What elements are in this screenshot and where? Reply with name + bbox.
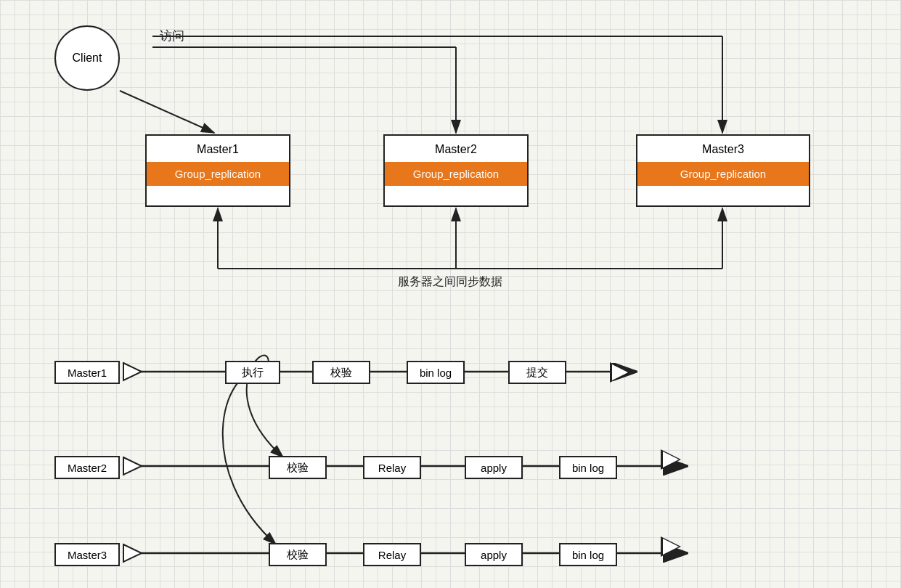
master2-step-relay: Relay: [363, 456, 421, 479]
master2-row-label: Master2: [54, 456, 120, 479]
svg-line-3: [120, 91, 214, 133]
master1-step-commit: 提交: [508, 361, 566, 384]
master3-plugin: Group_replication: [637, 162, 809, 186]
master2-plugin: Group_replication: [385, 162, 527, 186]
master2-top-box: Master2 Group_replication: [383, 134, 529, 207]
master2-step-binlog: bin log: [559, 456, 617, 479]
master2-step-verify: 校验: [269, 456, 327, 479]
master2-top-label: Master2: [385, 136, 527, 162]
master1-step-binlog: bin log: [407, 361, 465, 384]
master3-row-label: Master3: [54, 543, 120, 566]
client-label: Client: [73, 52, 102, 65]
access-label: 访问: [160, 28, 184, 44]
master1-row-label: Master1: [54, 361, 120, 384]
master1-step-verify: 校验: [312, 361, 370, 384]
master3-step-binlog: bin log: [559, 543, 617, 566]
svg-marker-29: [123, 544, 142, 562]
master3-step-verify: 校验: [269, 543, 327, 566]
client-node: Client: [54, 25, 120, 91]
master3-step-apply: apply: [465, 543, 523, 566]
sync-label: 服务器之间同步数据: [398, 274, 502, 290]
master3-step-relay: Relay: [363, 543, 421, 566]
master1-top-label: Master1: [147, 136, 289, 162]
svg-marker-23: [123, 457, 142, 475]
svg-marker-17: [123, 363, 142, 380]
master2-step-apply: apply: [465, 456, 523, 479]
master1-plugin: Group_replication: [147, 162, 289, 186]
master1-top-box: Master1 Group_replication: [145, 134, 290, 207]
master1-step-execute: 执行: [225, 361, 280, 384]
master3-top-box: Master3 Group_replication: [636, 134, 810, 207]
master3-top-label: Master3: [637, 136, 809, 162]
